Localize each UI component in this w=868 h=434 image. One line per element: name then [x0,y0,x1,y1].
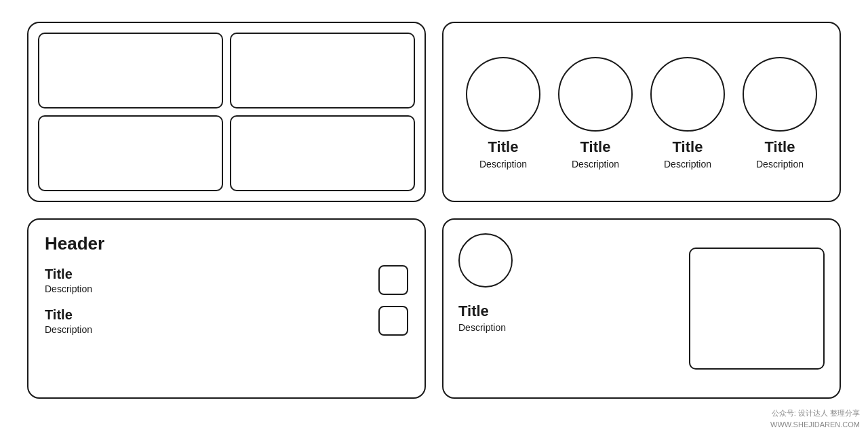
list-row-2: Title Description [45,306,408,336]
detail-text: Title Description [458,297,675,333]
image-placeholder-4 [230,115,415,191]
circle-title-4: Title [765,138,795,156]
circle-desc-3: Description [664,159,711,170]
image-placeholder-1 [38,33,223,108]
image-placeholder-3 [38,115,223,191]
list-title-2: Title [45,307,92,323]
list-row-1: Title Description [45,265,408,295]
watermark-line2: WWW.SHEJIDAREN.COM [770,419,860,431]
circle-avatar-4 [743,57,817,132]
main-layout: Title Description Title Description Titl… [0,0,868,420]
detail-avatar [458,233,513,288]
list-desc-1: Description [45,283,92,294]
card-detail: Title Description [442,218,841,399]
circle-avatar-2 [558,57,633,132]
list-text-2: Title Description [45,307,92,335]
circle-avatar-3 [650,57,725,132]
circle-item-1: Title Description [466,57,540,170]
circle-item-2: Title Description [558,57,633,170]
circle-item-4: Title Description [743,57,817,170]
list-text-1: Title Description [45,267,92,294]
card-header: Header [45,233,408,254]
card-circles: Title Description Title Description Titl… [442,22,841,202]
circle-desc-2: Description [572,159,619,170]
circle-desc-4: Description [756,159,804,170]
card-list: Header Title Description Title Descripti… [27,218,426,399]
watermark-line1: 公众号: 设计达人 整理分享 [770,408,860,419]
image-placeholder-2 [230,33,415,108]
checkbox-2[interactable] [378,306,408,336]
circle-item-3: Title Description [650,57,725,170]
list-items-area: Title Description Title Description [45,265,408,384]
circle-desc-1: Description [479,159,527,170]
card-grid-images [27,22,426,202]
detail-image-placeholder [689,248,825,370]
checkbox-1[interactable] [378,265,408,295]
circle-avatar-1 [466,57,540,132]
circle-title-3: Title [673,138,703,156]
watermark: 公众号: 设计达人 整理分享 WWW.SHEJIDAREN.COM [770,408,860,430]
list-title-1: Title [45,267,92,282]
circle-title-2: Title [580,138,611,156]
circle-title-1: Title [488,138,519,156]
list-desc-2: Description [45,324,92,335]
detail-left: Title Description [458,233,675,333]
detail-title: Title [458,302,675,320]
detail-description: Description [458,322,675,333]
